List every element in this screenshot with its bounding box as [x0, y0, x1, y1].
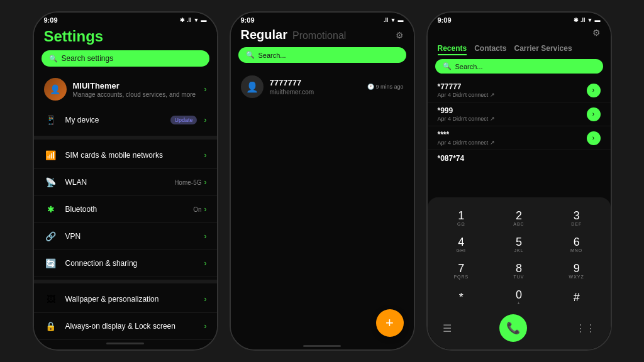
divider-2: [34, 280, 217, 283]
key-1[interactable]: 1 GΩ: [433, 205, 491, 231]
call-item-0[interactable]: *77777 Apr 4 Didn't connect ↗ ›: [428, 79, 611, 102]
home-bar-2: [231, 343, 414, 349]
sim-menu-item[interactable]: 📶 SIM cards & mobile networks ›: [34, 142, 217, 169]
battery-icon: ▬: [201, 17, 207, 23]
dialer-search-placeholder: Search...: [455, 63, 483, 70]
key-9[interactable]: 9 WXYZ: [548, 258, 606, 284]
status-time-1: 9:09: [44, 16, 58, 24]
status-icons-3: ✱ .ll ▼ ▬: [574, 17, 600, 23]
vpn-label: VPN: [65, 232, 197, 241]
keypad-grid: 1 GΩ 2 ABC 3 DEF 4 GHI 5 JKL: [433, 205, 606, 310]
key-star[interactable]: *: [433, 284, 491, 310]
key-8[interactable]: 8 TUV: [490, 258, 548, 284]
dialer-tabs: Recents Contacts Carrier Services: [428, 41, 611, 59]
avatar: 👤: [44, 78, 67, 101]
compose-fab[interactable]: +: [376, 309, 404, 337]
bluetooth-menu-item[interactable]: ✱ Bluetooth On ›: [34, 196, 217, 223]
aod-icon: 🔒: [44, 319, 58, 333]
status-time-2: 9:09: [241, 16, 255, 24]
bluetooth-icon-status: ✱: [180, 17, 185, 23]
home-indicator-2: [303, 345, 341, 347]
device-icon: 📱: [44, 113, 58, 127]
search-bar[interactable]: 🔍 Search settings: [42, 50, 209, 67]
key-4[interactable]: 4 GHI: [433, 231, 491, 258]
phone-settings: 9:09 ✱ .ll ▼ ▬ Settings 🔍 Search setting…: [33, 11, 218, 351]
divider-1: [34, 136, 217, 140]
call-status-1: Apr 4 Didn't connect ↗: [438, 116, 582, 122]
keypad-grid-icon[interactable]: ⋮⋮: [575, 322, 596, 334]
key-0[interactable]: 0 +: [490, 284, 548, 310]
message-item-0[interactable]: 👤 7777777 miuithemer.com 🕐 9 mins ago: [231, 69, 414, 104]
key-6[interactable]: 6 MNO: [548, 231, 606, 258]
call-info-1: *999 Apr 4 Didn't connect ↗: [438, 106, 582, 122]
call-status-2: Apr 4 Didn't connect ↗: [438, 140, 582, 146]
msg-avatar-0: 👤: [241, 75, 264, 98]
bluetooth-icon: ✱: [44, 202, 58, 216]
call-info-0: *77777 Apr 4 Didn't connect ↗: [438, 82, 582, 98]
status-time-3: 9:09: [438, 16, 452, 24]
chevron-icon-wp: ›: [204, 295, 207, 304]
messages-tabs: Regular Promotional: [241, 28, 347, 42]
keypad: 1 GΩ 2 ABC 3 DEF 4 GHI 5 JKL: [428, 197, 611, 349]
clock-icon: 🕐: [367, 84, 374, 90]
chevron-icon-wlan: ›: [204, 178, 207, 187]
wallpaper-menu-item[interactable]: 🖼 Wallpaper & personalization ›: [34, 286, 217, 313]
call-button[interactable]: 📞: [499, 314, 527, 342]
status-bar-3: 9:09 ✱ .ll ▼ ▬: [428, 13, 611, 25]
partial-number: *087*74: [428, 150, 611, 167]
user-row[interactable]: 👤 MIUIThemer Manage accounts, cloud serv…: [34, 73, 217, 106]
tab-regular[interactable]: Regular: [241, 28, 287, 42]
wlan-icon: 📡: [44, 175, 58, 189]
dialer-settings-icon[interactable]: ⚙: [592, 28, 601, 38]
call-arrow-2[interactable]: ›: [587, 131, 601, 145]
key-2[interactable]: 2 ABC: [490, 205, 548, 231]
update-badge: Update: [170, 116, 196, 124]
tab-promotional[interactable]: Promotional: [292, 30, 346, 41]
wlan-menu-item[interactable]: 📡 WLAN Home-5G ›: [34, 169, 217, 196]
my-device-row[interactable]: 📱 My device Update ›: [34, 107, 217, 133]
battery-icon-3: ▬: [595, 17, 601, 23]
call-arrow-0[interactable]: ›: [587, 84, 601, 97]
tab-recents[interactable]: Recents: [438, 44, 467, 55]
call-number-0: *77777: [438, 82, 582, 91]
signal-icon: .ll: [187, 17, 192, 23]
tab-contacts[interactable]: Contacts: [474, 44, 506, 55]
messages-header: Regular Promotional ⚙: [231, 25, 414, 47]
key-hash[interactable]: #: [548, 284, 606, 310]
call-item-2[interactable]: **** Apr 4 Didn't connect ↗ ›: [428, 126, 611, 150]
user-name: MIUIThemer: [73, 81, 198, 90]
search-icon-msg: 🔍: [246, 51, 255, 59]
call-arrow-1[interactable]: ›: [587, 107, 601, 121]
wifi-icon-3: ▼: [587, 17, 593, 23]
menu-icon-dialer[interactable]: ☰: [443, 322, 452, 334]
chevron-icon-vpn: ›: [204, 232, 207, 241]
msg-content-0: 7777777 miuithemer.com: [270, 78, 362, 96]
home-bar-1: [34, 340, 217, 347]
aod-menu-item[interactable]: 🔒 Always-on display & Lock screen ›: [34, 313, 217, 340]
sim-icon: 📶: [44, 148, 58, 162]
signal-icon-2: .ll: [384, 17, 389, 23]
status-icons-1: ✱ .ll ▼ ▬: [180, 17, 206, 23]
key-7[interactable]: 7 PQRS: [433, 258, 491, 284]
bluetooth-label: Bluetooth: [65, 205, 186, 214]
call-number-1: *999: [438, 106, 582, 115]
tab-carrier[interactable]: Carrier Services: [514, 44, 572, 55]
phone-icon: 📞: [506, 321, 520, 335]
dialer-search[interactable]: 🔍 Search...: [435, 59, 603, 74]
vpn-icon: 🔗: [44, 229, 58, 243]
chevron-icon: ›: [204, 85, 207, 94]
connection-menu-item[interactable]: 🔄 Connection & sharing ›: [34, 250, 217, 277]
phone-dialer: 9:09 ✱ .ll ▼ ▬ ⚙ Recents Contacts Carrie…: [426, 11, 612, 351]
key-5[interactable]: 5 JKL: [490, 231, 548, 258]
settings-icon[interactable]: ⚙: [396, 30, 404, 40]
dialer-header: ⚙: [428, 25, 611, 41]
msg-search-placeholder: Search...: [258, 52, 286, 59]
call-item-1[interactable]: *999 Apr 4 Didn't connect ↗ ›: [428, 102, 611, 126]
vpn-menu-item[interactable]: 🔗 VPN ›: [34, 223, 217, 250]
key-3[interactable]: 3 DEF: [548, 205, 606, 231]
wallpaper-icon: 🖼: [44, 292, 58, 306]
messages-search[interactable]: 🔍 Search...: [238, 47, 406, 63]
search-placeholder: Search settings: [62, 54, 114, 63]
connection-label: Connection & sharing: [65, 259, 197, 268]
msg-time-0: 🕐 9 mins ago: [367, 84, 403, 90]
